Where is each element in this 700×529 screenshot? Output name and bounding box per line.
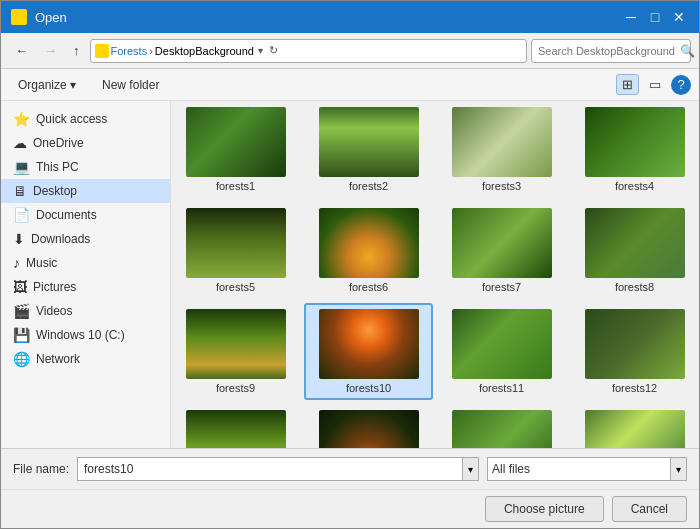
file-thumb-f4 bbox=[585, 107, 685, 177]
file-item-f7[interactable]: forests7 bbox=[437, 202, 566, 299]
filename-label: File name: bbox=[13, 462, 69, 476]
file-name-f7: forests7 bbox=[482, 281, 521, 293]
preview-button[interactable]: ▭ bbox=[643, 74, 667, 95]
file-thumb-f2 bbox=[319, 107, 419, 177]
refresh-icon[interactable]: ↻ bbox=[267, 44, 280, 57]
sidebar-icon-onedrive: ☁ bbox=[13, 135, 27, 151]
sidebar-item-music[interactable]: ♪Music bbox=[1, 251, 170, 275]
file-thumb-f7 bbox=[452, 208, 552, 278]
file-name-f2: forests2 bbox=[349, 180, 388, 192]
file-thumb-f1 bbox=[186, 107, 286, 177]
file-name-f11: forests11 bbox=[479, 382, 524, 394]
file-thumb-f14 bbox=[319, 410, 419, 448]
sidebar-item-onedrive[interactable]: ☁OneDrive bbox=[1, 131, 170, 155]
search-input[interactable] bbox=[538, 45, 676, 57]
cancel-button[interactable]: Cancel bbox=[612, 496, 687, 522]
file-item-f1[interactable]: forests1 bbox=[171, 101, 300, 198]
new-folder-button[interactable]: New folder bbox=[93, 75, 168, 95]
file-thumb-f5 bbox=[186, 208, 286, 278]
sidebar-label-music: Music bbox=[26, 256, 57, 270]
file-item-f16[interactable]: forests16 bbox=[570, 404, 699, 448]
sidebar-item-this-pc[interactable]: 💻This PC bbox=[1, 155, 170, 179]
file-thumb-f16 bbox=[585, 410, 685, 448]
sidebar-icon-desktop: 🖥 bbox=[13, 183, 27, 199]
file-name-f10: forests10 bbox=[346, 382, 391, 394]
maximize-button[interactable]: □ bbox=[645, 7, 665, 27]
file-item-f8[interactable]: forests8 bbox=[570, 202, 699, 299]
navigation-toolbar: ← → ↑ Forests › DesktopBackground ▾ ↻ 🔍 bbox=[1, 33, 699, 69]
file-name-f5: forests5 bbox=[216, 281, 255, 293]
grid-view-button[interactable]: ⊞ bbox=[616, 74, 639, 95]
action-bar: Choose picture Cancel bbox=[1, 489, 699, 528]
file-name-f3: forests3 bbox=[482, 180, 521, 192]
content-area[interactable]: forests1 forests2 forests3 forests4 fore… bbox=[171, 101, 699, 448]
file-item-f2[interactable]: forests2 bbox=[304, 101, 433, 198]
file-item-f13[interactable]: forests13 bbox=[171, 404, 300, 448]
help-button[interactable]: ? bbox=[671, 75, 691, 95]
file-item-f10[interactable]: forests10 bbox=[304, 303, 433, 400]
sidebar-icon-windows-c: 💾 bbox=[13, 327, 30, 343]
file-item-f3[interactable]: forests3 bbox=[437, 101, 566, 198]
file-item-f5[interactable]: forests5 bbox=[171, 202, 300, 299]
search-icon: 🔍 bbox=[680, 44, 695, 58]
sidebar-item-videos[interactable]: 🎬Videos bbox=[1, 299, 170, 323]
file-thumb-f13 bbox=[186, 410, 286, 448]
filename-input[interactable] bbox=[77, 457, 463, 481]
file-item-f12[interactable]: forests12 bbox=[570, 303, 699, 400]
filetype-dropdown-icon[interactable]: ▾ bbox=[671, 457, 687, 481]
sidebar-icon-downloads: ⬇ bbox=[13, 231, 25, 247]
sidebar-label-pictures: Pictures bbox=[33, 280, 76, 294]
file-thumb-f8 bbox=[585, 208, 685, 278]
file-name-f12: forests12 bbox=[612, 382, 657, 394]
sidebar-item-desktop[interactable]: 🖥Desktop bbox=[1, 179, 170, 203]
up-button[interactable]: ↑ bbox=[67, 39, 86, 62]
sidebar-icon-quick-access: ⭐ bbox=[13, 111, 30, 127]
address-separator: › bbox=[149, 45, 153, 57]
choose-picture-button[interactable]: Choose picture bbox=[485, 496, 604, 522]
sidebar-label-documents: Documents bbox=[36, 208, 97, 222]
second-toolbar: Organize ▾ New folder ⊞ ▭ ? bbox=[1, 69, 699, 101]
folder-icon bbox=[11, 9, 27, 25]
main-area: ⭐Quick access☁OneDrive💻This PC🖥Desktop📄D… bbox=[1, 101, 699, 448]
search-bar[interactable]: 🔍 bbox=[531, 39, 691, 63]
address-dropdown-icon[interactable]: ▾ bbox=[258, 45, 263, 56]
address-bar[interactable]: Forests › DesktopBackground ▾ ↻ bbox=[90, 39, 528, 63]
filename-dropdown-icon[interactable]: ▾ bbox=[463, 457, 479, 481]
file-item-f9[interactable]: forests9 bbox=[171, 303, 300, 400]
forward-button[interactable]: → bbox=[38, 39, 63, 62]
file-thumb-f3 bbox=[452, 107, 552, 177]
file-item-f11[interactable]: forests11 bbox=[437, 303, 566, 400]
file-thumb-f9 bbox=[186, 309, 286, 379]
organize-button[interactable]: Organize ▾ bbox=[9, 75, 85, 95]
title-controls: ─ □ ✕ bbox=[621, 7, 689, 27]
minimize-button[interactable]: ─ bbox=[621, 7, 641, 27]
address-path: Forests › DesktopBackground bbox=[95, 44, 254, 58]
file-item-f14[interactable]: forests14 bbox=[304, 404, 433, 448]
sidebar-item-windows-c[interactable]: 💾Windows 10 (C:) bbox=[1, 323, 170, 347]
sidebar-item-documents[interactable]: 📄Documents bbox=[1, 203, 170, 227]
file-name-f9: forests9 bbox=[216, 382, 255, 394]
sidebar-icon-documents: 📄 bbox=[13, 207, 30, 223]
back-button[interactable]: ← bbox=[9, 39, 34, 62]
sidebar-item-network[interactable]: 🌐Network bbox=[1, 347, 170, 371]
toolbar-right: ⊞ ▭ ? bbox=[616, 74, 691, 95]
sidebar-item-pictures[interactable]: 🖼Pictures bbox=[1, 275, 170, 299]
sidebar-icon-videos: 🎬 bbox=[13, 303, 30, 319]
file-item-f6[interactable]: forests6 bbox=[304, 202, 433, 299]
sidebar-label-network: Network bbox=[36, 352, 80, 366]
filetype-select[interactable]: All filesJPEG ImagesPNG ImagesBMP Images bbox=[487, 457, 671, 481]
sidebar-icon-this-pc: 💻 bbox=[13, 159, 30, 175]
file-name-f6: forests6 bbox=[349, 281, 388, 293]
title-bar: Open ─ □ ✕ bbox=[1, 1, 699, 33]
filename-input-wrap: ▾ bbox=[77, 457, 479, 481]
file-item-f4[interactable]: forests4 bbox=[570, 101, 699, 198]
bottom-bar: File name: ▾ All filesJPEG ImagesPNG Ima… bbox=[1, 448, 699, 489]
file-thumb-f6 bbox=[319, 208, 419, 278]
file-thumb-f15 bbox=[452, 410, 552, 448]
close-button[interactable]: ✕ bbox=[669, 7, 689, 27]
sidebar-item-downloads[interactable]: ⬇Downloads bbox=[1, 227, 170, 251]
folder-icon-small bbox=[95, 44, 109, 58]
sidebar-item-quick-access[interactable]: ⭐Quick access bbox=[1, 107, 170, 131]
open-dialog: Open ─ □ ✕ ← → ↑ Forests › DesktopBackgr… bbox=[0, 0, 700, 529]
file-item-f15[interactable]: forests15 bbox=[437, 404, 566, 448]
